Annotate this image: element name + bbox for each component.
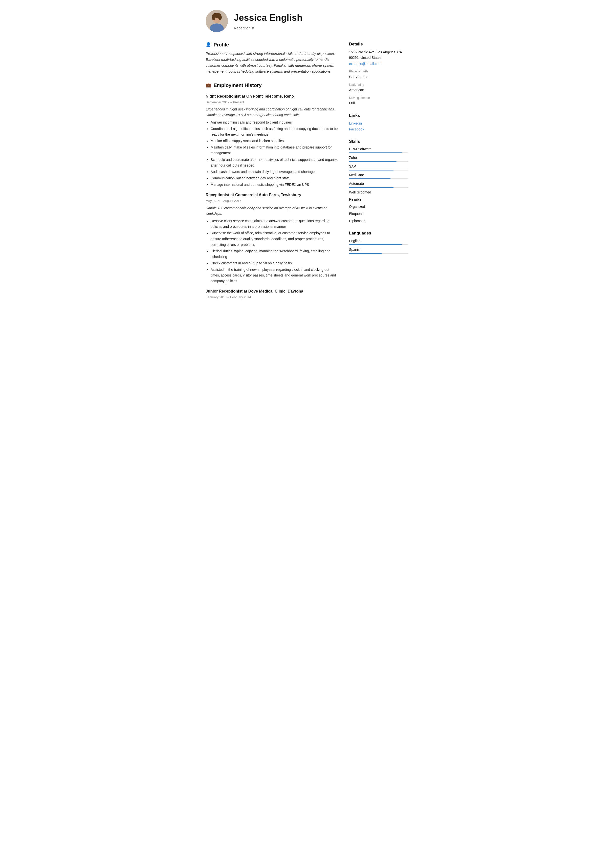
job-entry-1: Night Receptionist at On Point Telecoms,… bbox=[206, 93, 339, 188]
bullet-item: Audit cash drawers and maintain daily lo… bbox=[211, 169, 339, 175]
profile-text: Professional receptionist with strong in… bbox=[206, 51, 339, 74]
skill-eloquent: Eloquent bbox=[349, 211, 408, 217]
skills-section-title: Skills bbox=[349, 138, 408, 145]
job-bullets-2: Resolve client service complaints and an… bbox=[206, 218, 339, 284]
detail-address: 1515 Pacific Ave, Los Angeles, CA 90291,… bbox=[349, 50, 408, 60]
bullet-item: Monitor office supply stock and kitchen … bbox=[211, 138, 339, 144]
profile-icon: 👤 bbox=[206, 42, 211, 48]
job-bullets-1: Answer incoming calls and respond to cli… bbox=[206, 119, 339, 188]
employment-section-title: 💼 Employment History bbox=[206, 82, 339, 89]
lang-english: English bbox=[349, 239, 408, 245]
employment-icon: 💼 bbox=[206, 82, 211, 88]
skill-organized: Organized bbox=[349, 204, 408, 209]
bullet-item: Communication liaison between day and ni… bbox=[211, 175, 339, 181]
bullet-item: Check customers in and out up to 50 on a… bbox=[211, 260, 339, 266]
driving-license-label: Driving license bbox=[349, 95, 408, 100]
bullet-item: Schedule and coordinate after hour activ… bbox=[211, 157, 339, 168]
job-date-1: September 2017 – Present bbox=[206, 100, 339, 105]
job-title-3: Junior Receptionist at Dove Medical Clin… bbox=[206, 288, 339, 294]
skill-medicare: MediCare bbox=[349, 172, 408, 179]
driving-license-value: Full bbox=[349, 101, 408, 106]
main-layout: 👤 Profile Professional receptionist with… bbox=[206, 41, 408, 302]
skill-sap: SAP bbox=[349, 164, 408, 170]
job-entry-3: Junior Receptionist at Dove Medical Clin… bbox=[206, 288, 339, 300]
bullet-item: Assisted in the training of new employee… bbox=[211, 267, 339, 284]
skill-reliable: Reliable bbox=[349, 197, 408, 202]
bullet-item: Coordinate all night office duties such … bbox=[211, 126, 339, 137]
svg-point-4 bbox=[212, 14, 215, 20]
place-of-birth-value: San Antonio bbox=[349, 74, 408, 80]
right-column: Details 1515 Pacific Ave, Los Angeles, C… bbox=[349, 41, 408, 302]
place-of-birth-label: Place of birth bbox=[349, 69, 408, 74]
left-column: 👤 Profile Professional receptionist with… bbox=[206, 41, 339, 302]
skill-diplomatic: Diplomatic bbox=[349, 219, 408, 223]
bullet-item: Manage international and domestic shippi… bbox=[211, 182, 339, 188]
detail-email: example@email.com bbox=[349, 61, 408, 67]
link-facebook[interactable]: Facebook bbox=[349, 127, 408, 132]
resume-page: Jessica English Receptionist 👤 Profile P… bbox=[196, 0, 418, 316]
lang-spanish: Spanish bbox=[349, 247, 408, 254]
skill-automate: Automate bbox=[349, 181, 408, 188]
details-section-title: Details bbox=[349, 41, 408, 47]
links-section-title: Links bbox=[349, 112, 408, 119]
job-title-header: Receptionist bbox=[234, 25, 303, 31]
header-section: Jessica English Receptionist bbox=[206, 10, 408, 32]
svg-point-5 bbox=[218, 14, 222, 20]
avatar bbox=[206, 10, 228, 32]
languages-section-title: Languages bbox=[349, 230, 408, 236]
bullet-item: Maintain daily intake of sales informati… bbox=[211, 144, 339, 156]
header-info: Jessica English Receptionist bbox=[234, 11, 303, 31]
job-title-2: Receptionist at Commercial Auto Parts, T… bbox=[206, 192, 339, 198]
profile-section-title: 👤 Profile bbox=[206, 41, 339, 48]
bullet-item: Clerical duties, typing, copying, mannin… bbox=[211, 248, 339, 260]
full-name: Jessica English bbox=[234, 11, 303, 25]
bullet-item: Resolve client service complaints and an… bbox=[211, 218, 339, 229]
job-entry-2: Receptionist at Commercial Auto Parts, T… bbox=[206, 192, 339, 284]
job-title-1: Night Receptionist at On Point Telecoms,… bbox=[206, 93, 339, 99]
job-date-2: May 2014 – August 2017 bbox=[206, 198, 339, 203]
nationality-value: American bbox=[349, 87, 408, 93]
job-desc-2: Handle 100 customer calls daily and serv… bbox=[206, 205, 339, 217]
job-date-3: February 2013 – February 2014 bbox=[206, 295, 339, 300]
link-linkedin[interactable]: Linkedin bbox=[349, 121, 408, 126]
skill-zoho: Zoho bbox=[349, 155, 408, 162]
job-desc-1: Experienced in night desk working and co… bbox=[206, 107, 339, 118]
nationality-label: Nationality bbox=[349, 82, 408, 87]
skill-crm: CRM Software bbox=[349, 147, 408, 153]
bullet-item: Supervise the work of office, administra… bbox=[211, 230, 339, 247]
skill-wellgroomed: Well Groomed bbox=[349, 190, 408, 195]
bullet-item: Answer incoming calls and respond to cli… bbox=[211, 119, 339, 125]
